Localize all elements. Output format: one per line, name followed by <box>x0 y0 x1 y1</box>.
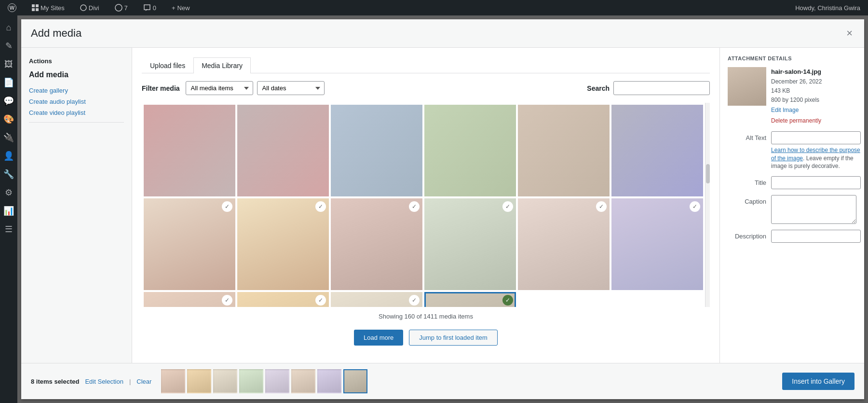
svg-text:W: W <box>10 5 15 11</box>
svg-rect-2 <box>32 4 35 7</box>
my-sites[interactable]: My Sites <box>28 0 68 15</box>
admin-bar: W My Sites Divi 7 0 + New Howdy, Christi… <box>0 0 868 15</box>
comments[interactable]: 0 <box>139 0 160 15</box>
updates[interactable]: 7 <box>111 0 132 15</box>
new-content[interactable]: + New <box>168 0 194 15</box>
divi-theme[interactable]: Divi <box>76 0 103 15</box>
greeting: Howdy, Christina Gwira <box>795 4 864 12</box>
svg-rect-3 <box>36 4 39 7</box>
svg-point-6 <box>81 5 86 11</box>
wp-logo[interactable]: W <box>4 0 20 15</box>
svg-rect-4 <box>32 8 35 11</box>
svg-rect-5 <box>36 8 39 11</box>
svg-point-7 <box>115 4 122 11</box>
